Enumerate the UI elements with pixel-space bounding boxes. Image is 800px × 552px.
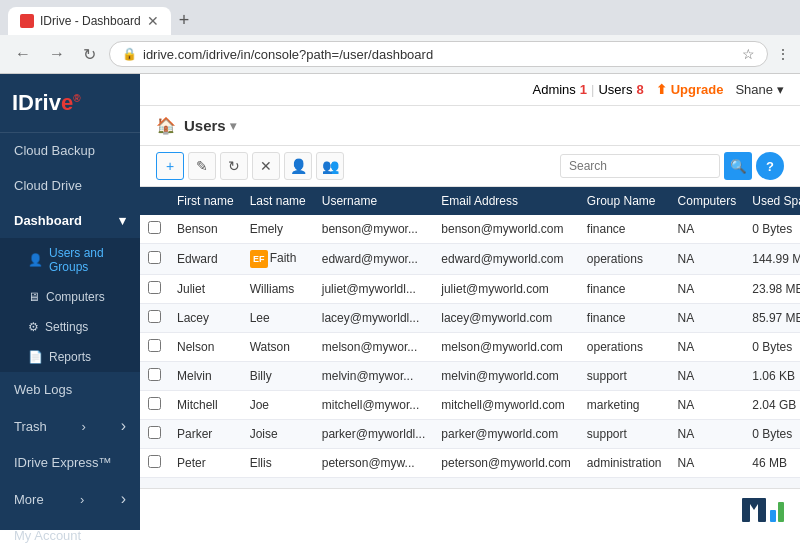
refresh-button[interactable]: ↻: [78, 43, 101, 66]
col-group[interactable]: Group Name: [579, 187, 670, 215]
lock-icon: 🔒: [122, 47, 137, 61]
col-used-space[interactable]: Used Space: [744, 187, 800, 215]
tab-bar: IDrive - Dashboard ✕ +: [0, 0, 800, 35]
title-chevron[interactable]: ▾: [230, 119, 236, 133]
new-tab-button[interactable]: +: [175, 6, 194, 35]
sidebar: IDrive® Cloud Backup Cloud Drive Dashboa…: [0, 74, 140, 530]
row-group: administration: [579, 449, 670, 478]
row-checkbox[interactable]: [148, 339, 161, 352]
active-tab[interactable]: IDrive - Dashboard ✕: [8, 7, 171, 35]
sidebar-item-idrive-express[interactable]: IDrive Express™: [0, 445, 140, 480]
top-bar: Admins 1 | Users 8 ⬆ Upgrade Shane ▾: [140, 74, 800, 106]
row-username: edward@mywor...: [314, 244, 434, 275]
more-label: More: [14, 492, 44, 507]
row-first-name: Benson: [169, 215, 242, 244]
col-last-name[interactable]: Last name: [242, 187, 314, 215]
delete-icon: ✕: [260, 158, 272, 174]
sync-button[interactable]: ↻: [220, 152, 248, 180]
row-checkbox[interactable]: [148, 426, 161, 439]
forward-button[interactable]: →: [44, 43, 70, 65]
row-checkbox-cell[interactable]: [140, 362, 169, 391]
row-computers: NA: [670, 449, 745, 478]
row-group: marketing: [579, 391, 670, 420]
sidebar-item-web-logs[interactable]: Web Logs: [0, 372, 140, 407]
add-icon: +: [166, 158, 174, 174]
sidebar-item-dashboard[interactable]: Dashboard ▾: [0, 203, 140, 238]
sidebar-item-my-account[interactable]: My Account: [0, 518, 140, 552]
row-username: benson@mywor...: [314, 215, 434, 244]
sidebar-item-reports[interactable]: 📄 Reports: [0, 342, 140, 372]
row-checkbox[interactable]: [148, 310, 161, 323]
reports-icon: 📄: [28, 350, 43, 364]
upgrade-button[interactable]: ⬆ Upgrade: [656, 82, 724, 97]
search-button[interactable]: 🔍: [724, 152, 752, 180]
sidebar-item-more[interactable]: More ›: [0, 480, 140, 518]
row-group: finance: [579, 304, 670, 333]
content-header: 🏠 Users ▾: [140, 106, 800, 146]
row-last-name: Emely: [242, 215, 314, 244]
col-computers[interactable]: Computers: [670, 187, 745, 215]
users-label: Users: [598, 82, 632, 97]
group-button[interactable]: 👥: [316, 152, 344, 180]
user-action-icon: 👤: [290, 158, 307, 174]
bookmark-icon[interactable]: ☆: [742, 46, 755, 62]
row-email: parker@myworld.com: [433, 420, 579, 449]
row-checkbox-cell[interactable]: [140, 275, 169, 304]
help-icon: ?: [766, 159, 774, 174]
sidebar-item-computers[interactable]: 🖥 Computers: [0, 282, 140, 312]
row-last-name: Watson: [242, 333, 314, 362]
help-button[interactable]: ?: [756, 152, 784, 180]
add-user-button[interactable]: +: [156, 152, 184, 180]
row-computers: NA: [670, 391, 745, 420]
row-checkbox-cell[interactable]: [140, 420, 169, 449]
row-checkbox[interactable]: [148, 397, 161, 410]
table-row: Edward EFFaith edward@mywor... edward@my…: [140, 244, 800, 275]
row-username: parker@myworldl...: [314, 420, 434, 449]
row-checkbox[interactable]: [148, 221, 161, 234]
user-action-button[interactable]: 👤: [284, 152, 312, 180]
search-input[interactable]: [560, 154, 720, 178]
row-group: support: [579, 420, 670, 449]
row-checkbox-cell[interactable]: [140, 449, 169, 478]
edit-button[interactable]: ✎: [188, 152, 216, 180]
sidebar-item-users-groups[interactable]: 👤 Users and Groups: [0, 238, 140, 282]
row-checkbox[interactable]: [148, 368, 161, 381]
row-computers: NA: [670, 275, 745, 304]
row-used-space: 144.99 MB: [744, 244, 800, 275]
tab-close-button[interactable]: ✕: [147, 13, 159, 29]
back-button[interactable]: ←: [10, 43, 36, 65]
address-bar-row: ← → ↻ 🔒 idrive.com/idrive/in/console?pat…: [0, 35, 800, 73]
row-checkbox-cell[interactable]: [140, 333, 169, 362]
row-checkbox[interactable]: [148, 455, 161, 468]
row-checkbox[interactable]: [148, 251, 161, 264]
sidebar-item-cloud-backup[interactable]: Cloud Backup: [0, 133, 140, 168]
sidebar-item-cloud-drive[interactable]: Cloud Drive: [0, 168, 140, 203]
sidebar-item-settings[interactable]: ⚙ Settings: [0, 312, 140, 342]
row-checkbox-cell[interactable]: [140, 304, 169, 333]
edit-icon: ✎: [196, 158, 208, 174]
group-icon: 👥: [322, 158, 339, 174]
search-area: 🔍 ?: [560, 152, 784, 180]
main-content: Admins 1 | Users 8 ⬆ Upgrade Shane ▾ 🏠 U…: [140, 74, 800, 530]
users-groups-label: Users and Groups: [49, 246, 126, 274]
row-last-name: Joise: [242, 420, 314, 449]
cloud-drive-label: Cloud Drive: [14, 178, 82, 193]
row-checkbox[interactable]: [148, 281, 161, 294]
row-checkbox-cell[interactable]: [140, 215, 169, 244]
row-used-space: 23.98 MB: [744, 275, 800, 304]
address-bar[interactable]: 🔒 idrive.com/idrive/in/console?path=/use…: [109, 41, 768, 67]
extensions-button[interactable]: ⋮: [776, 46, 790, 62]
delete-button[interactable]: ✕: [252, 152, 280, 180]
col-email[interactable]: Email Address: [433, 187, 579, 215]
user-chevron: ▾: [777, 82, 784, 97]
row-checkbox-cell[interactable]: [140, 391, 169, 420]
toolbar: + ✎ ↻ ✕ 👤 👥 🔍 ?: [140, 146, 800, 187]
home-icon[interactable]: 🏠: [156, 116, 176, 135]
row-checkbox-cell[interactable]: [140, 244, 169, 275]
sidebar-item-trash[interactable]: Trash ›: [0, 407, 140, 445]
browser-chrome: IDrive - Dashboard ✕ + ← → ↻ 🔒 idrive.co…: [0, 0, 800, 74]
row-computers: NA: [670, 244, 745, 275]
col-first-name[interactable]: First name: [169, 187, 242, 215]
user-menu-button[interactable]: Shane ▾: [735, 82, 784, 97]
col-username[interactable]: Username: [314, 187, 434, 215]
